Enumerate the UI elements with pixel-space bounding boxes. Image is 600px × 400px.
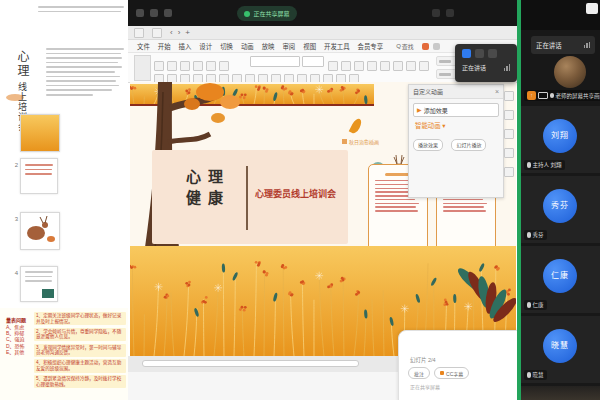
- watermark-logo: [342, 139, 347, 144]
- save-icon[interactable]: [150, 9, 158, 17]
- toolbar-icon[interactable]: [419, 61, 429, 71]
- text-line: [46, 57, 122, 59]
- screen-share-banner[interactable]: 正在共享屏幕: [237, 6, 297, 21]
- text-line: [443, 206, 484, 207]
- participant-tile-partial[interactable]: [521, 386, 600, 400]
- app-icon: [136, 9, 144, 17]
- quiz-item: 4、积极组织心理健康主题活动，营造互助友爱的班级氛围。: [34, 359, 126, 372]
- help-icon[interactable]: [504, 167, 514, 177]
- menu-item-设计[interactable]: 设计: [196, 42, 215, 51]
- toolbar-icon[interactable]: [367, 61, 377, 71]
- menu-item-动画[interactable]: 动画: [238, 42, 257, 51]
- toolbar-icon[interactable]: [380, 61, 390, 71]
- toolbar-icon[interactable]: [393, 61, 403, 71]
- camera-icon[interactable]: [462, 49, 471, 58]
- cc-subtitle-button[interactable]: CC字幕: [434, 367, 469, 379]
- transition-icon[interactable]: [504, 129, 514, 139]
- tab-forward-arrow[interactable]: ›: [178, 28, 181, 38]
- text-line: [46, 89, 112, 91]
- undo-icon[interactable]: [164, 9, 172, 17]
- text-line: [375, 206, 416, 207]
- share-banner-label: 正在共享屏幕: [253, 9, 289, 18]
- paste-button[interactable]: [134, 55, 151, 81]
- menu-item-放映[interactable]: 放映: [259, 42, 278, 51]
- text-line: [443, 203, 487, 204]
- quiz-option: E、其他: [6, 349, 32, 355]
- title-divider-line: [246, 166, 248, 230]
- menu-item-会员专享[interactable]: 会员专享: [355, 42, 387, 51]
- text-line: [46, 80, 116, 82]
- speaking-label: 正在讲话: [462, 63, 486, 72]
- home-tab-icon[interactable]: [134, 28, 144, 38]
- thumbnail-number: 2: [9, 162, 18, 168]
- text-line: [375, 199, 415, 200]
- smart-animation-link[interactable]: 智能动画 ▾: [415, 121, 497, 130]
- notes-icon[interactable]: [504, 148, 514, 158]
- text-line: [38, 6, 124, 8]
- screenshot-root: 心理 线上培训会 2 3 4 量表问题 A、焦虑B、抑郁C、强迫D、恐怖E、其他…: [0, 0, 600, 400]
- cc-icon: [440, 371, 444, 375]
- participant-tile[interactable]: 刘翔主持人 刘翔: [521, 106, 600, 173]
- add-effect-button[interactable]: ▶ 添加效果: [413, 103, 499, 117]
- meeting-floating-panel[interactable]: 正在讲话: [455, 44, 517, 82]
- slide-thumbnail-3[interactable]: [20, 212, 60, 250]
- vip-icon[interactable]: [422, 43, 429, 50]
- participant-avatar: 刘翔: [543, 119, 577, 153]
- participant-name-label: 秀芬: [524, 230, 547, 240]
- members-icon[interactable]: [488, 49, 497, 58]
- text-line: [375, 210, 418, 211]
- share-status-text: 正在共享屏幕: [410, 383, 440, 390]
- sidebar-popout-button[interactable]: [586, 3, 598, 14]
- mute-icon[interactable]: [475, 49, 484, 58]
- speaker-avatar[interactable]: [554, 56, 586, 88]
- tab-back-arrow[interactable]: ‹: [170, 28, 173, 38]
- text-line: [25, 164, 53, 166]
- text-line: [25, 169, 52, 171]
- slide-thumbnail-4[interactable]: [20, 266, 58, 302]
- menu-item-审阅[interactable]: 审阅: [279, 42, 298, 51]
- quiz-item: 2、学会倾听与共情，尊重同学隐私，不随意泄露他人信息。: [34, 328, 126, 341]
- custom-animation-pane: 自定义动画 × ▶ 添加效果 智能动画 ▾ 播放效果 幻灯片播放: [408, 84, 504, 198]
- find-command[interactable]: Q 查找: [396, 42, 414, 51]
- menu-item-文件[interactable]: 文件: [134, 42, 153, 51]
- text-line: [46, 71, 115, 73]
- notes-buttons: 批注 CC字幕: [408, 367, 469, 379]
- mic-icon: [527, 162, 531, 168]
- audio-wave-icon: [504, 64, 511, 71]
- font-size-combo[interactable]: [302, 56, 324, 67]
- text-line: [46, 66, 122, 68]
- menu-item-视图[interactable]: 视图: [300, 42, 319, 51]
- participant-tile[interactable]: 晓慧晓慧: [521, 316, 600, 383]
- more-icon[interactable]: [446, 9, 454, 17]
- pane-play-row: 播放效果 幻灯片播放: [409, 133, 503, 151]
- doc-tab-icon[interactable]: [152, 28, 162, 38]
- animation-icon[interactable]: [504, 110, 514, 120]
- text-line: [25, 280, 52, 282]
- menu-item-插入[interactable]: 插入: [176, 42, 195, 51]
- horizontal-scrollbar[interactable]: [142, 360, 359, 367]
- new-tab-button[interactable]: +: [185, 28, 190, 38]
- slide-thumbnail-2[interactable]: [20, 158, 58, 194]
- participant-tile[interactable]: 仁康仁康: [521, 246, 600, 313]
- properties-icon[interactable]: [504, 91, 514, 101]
- slide-thumbnail-1[interactable]: [20, 114, 60, 152]
- participant-tile[interactable]: 秀芬秀芬: [521, 176, 600, 243]
- mic-icon: [550, 93, 554, 99]
- upload-icon[interactable]: [432, 9, 440, 17]
- font-family-combo[interactable]: [250, 56, 300, 67]
- toolbar-icon[interactable]: [406, 61, 416, 71]
- text-line: [46, 62, 118, 64]
- share-status-dot: [244, 11, 250, 17]
- menu-item-开始[interactable]: 开始: [155, 42, 174, 51]
- pane-header: 自定义动画 ×: [409, 85, 503, 99]
- play-effect-button[interactable]: 播放效果: [413, 139, 443, 151]
- menu-item-开发工具[interactable]: 开发工具: [321, 42, 353, 51]
- collapse-ribbon-icon[interactable]: [433, 43, 440, 50]
- deer-thumb-illustration: [21, 213, 59, 247]
- pane-close-icon[interactable]: ×: [495, 88, 499, 95]
- quiz-items: 1、定期关注班级同学心理状态，做好记录并及时上报情况。2、学会倾听与共情，尊重同…: [34, 312, 126, 391]
- menu-item-切换[interactable]: 切换: [217, 42, 236, 51]
- annotate-button[interactable]: 批注: [408, 367, 430, 379]
- slideshow-button[interactable]: 幻灯片播放: [451, 139, 486, 151]
- participant-avatar: 晓慧: [543, 329, 577, 363]
